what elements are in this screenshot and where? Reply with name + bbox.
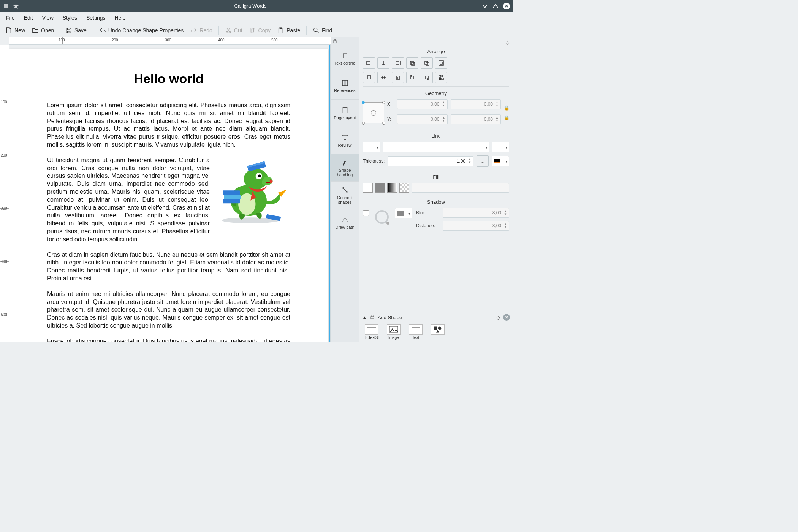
line-start-cap-combo[interactable]: ▾ (363, 142, 380, 152)
line-color-combo[interactable]: ▾ (492, 156, 509, 166)
tab-label: Review (338, 143, 352, 147)
fill-gradient-swatch[interactable] (387, 183, 397, 193)
open-button[interactable]: Open... (29, 25, 62, 35)
doc-paragraph[interactable]: Mauris ut enim nec mi ultricies ullamcor… (47, 290, 290, 330)
width-field[interactable]: 0,00▲▼ (451, 99, 501, 109)
save-button[interactable]: Save (62, 25, 90, 35)
y-position-field[interactable]: 0,00▲▼ (397, 114, 448, 124)
align-center-h-button[interactable] (377, 57, 390, 69)
ruler-tick: 400 (218, 38, 225, 42)
app-icon (3, 3, 9, 9)
line-end-cap-combo[interactable]: ▾ (492, 142, 509, 152)
shadow-angle-widget[interactable] (373, 208, 391, 226)
doc-paragraph[interactable]: Fusce lobortis congue consectetur. Duis … (47, 337, 290, 342)
fill-pattern-swatch[interactable] (399, 183, 409, 193)
copy-button[interactable]: Copy (246, 25, 274, 35)
tab-references[interactable]: References (331, 72, 359, 100)
menu-view[interactable]: View (38, 13, 57, 22)
svg-rect-12 (223, 190, 240, 195)
section-shadow: Shadow (363, 199, 509, 205)
group-button[interactable] (435, 57, 447, 69)
section-arrange: Arrange (363, 49, 509, 54)
vertical-ruler[interactable]: 100 200 300 400 500 (0, 45, 9, 342)
lock-ratio-icon[interactable]: 🔒 (504, 115, 510, 120)
align-left-button[interactable] (363, 57, 375, 69)
align-top-button[interactable] (363, 72, 375, 83)
fill-solid-swatch[interactable] (375, 183, 385, 193)
shadow-enable-checkbox[interactable] (363, 210, 369, 216)
tab-review[interactable]: Review (331, 127, 359, 154)
panel-lock-icon[interactable] (370, 315, 375, 320)
doc-paragraph[interactable]: Ut tincidunt magna ut quam hendrerit sem… (47, 157, 290, 244)
svg-rect-32 (411, 76, 414, 79)
menu-help[interactable]: Help (111, 13, 130, 22)
doc-heading[interactable]: Hello world (47, 71, 290, 86)
geometry-anchor-widget[interactable] (363, 102, 384, 124)
menu-settings[interactable]: Settings (82, 13, 109, 22)
x-position-field[interactable]: 0,00▲▼ (397, 99, 448, 109)
align-bottom-button[interactable] (392, 72, 404, 83)
paste-button[interactable]: Paste (274, 25, 303, 35)
panel-lock-icon[interactable] (331, 37, 359, 45)
lock-size-icon[interactable]: 🔒 (504, 105, 510, 111)
shape-label: Text (412, 336, 419, 340)
line-more-button[interactable]: ... (477, 155, 489, 167)
svg-rect-39 (390, 326, 398, 332)
tab-label: Page layout (334, 116, 356, 120)
find-button[interactable]: Find... (310, 25, 340, 35)
doc-paragraph[interactable]: Cras at diam in sapien dictum faucibus. … (47, 251, 290, 283)
distance-field[interactable]: 8,00▲▼ (443, 221, 509, 231)
new-label: New (14, 27, 25, 33)
section-geometry: Geometry (363, 90, 509, 96)
send-backward-button[interactable] (421, 72, 433, 83)
menu-file[interactable]: File (2, 13, 19, 22)
send-back-button[interactable] (421, 57, 433, 69)
thickness-field[interactable]: 1,00▲▼ (388, 156, 473, 166)
panel-diamond-icon[interactable]: ◇ (496, 315, 500, 320)
pin-icon[interactable] (13, 3, 19, 9)
tab-page-layout[interactable]: Page layout (331, 100, 359, 127)
bring-forward-button[interactable] (406, 72, 418, 83)
ungroup-button[interactable] (435, 72, 447, 83)
window-titlebar: Calligra Words ✕ (0, 0, 513, 12)
tab-shape-handling[interactable]: Shape handling (331, 154, 359, 182)
document-canvas[interactable]: Hello world Lorem ipsum dolor sit amet, … (9, 45, 329, 342)
horizontal-ruler[interactable]: 100 200 300 400 500 (9, 37, 331, 45)
expand-up-icon[interactable]: ▲ (362, 315, 367, 320)
menu-edit[interactable]: Edit (20, 13, 37, 22)
blur-field[interactable]: 8,00▲▼ (443, 208, 509, 218)
fill-none-swatch[interactable] (363, 183, 373, 193)
height-field[interactable]: 0,00▲▼ (451, 114, 501, 124)
menu-styles[interactable]: Styles (59, 13, 81, 22)
section-fill: Fill (363, 174, 509, 180)
shape-item-text-slide[interactable]: ticTextSl (361, 324, 382, 340)
tab-connect-shapes[interactable]: Connect shapes (331, 182, 359, 209)
copy-icon (249, 27, 256, 34)
line-style-combo[interactable]: ▾ (383, 142, 489, 152)
shape-item-shapes[interactable] (428, 324, 448, 340)
tab-text-editing[interactable]: Text editing (331, 45, 359, 72)
embedded-image[interactable] (214, 157, 290, 227)
tab-draw-path[interactable]: Draw path (331, 209, 359, 236)
close-icon[interactable]: ✕ (503, 3, 510, 10)
panel-diamond-icon[interactable]: ◇ (506, 40, 509, 46)
main-toolbar: New Open... Save Undo Change Shape Prope… (0, 24, 513, 37)
redo-button[interactable]: Redo (187, 25, 215, 35)
align-right-button[interactable] (392, 57, 404, 69)
shadow-color-combo[interactable]: ▾ (395, 208, 412, 218)
close-panel-icon[interactable]: ✕ (503, 314, 510, 321)
cut-button[interactable]: Cut (222, 25, 245, 35)
maximize-icon[interactable] (492, 3, 499, 9)
minimize-icon[interactable] (482, 3, 488, 9)
fill-preview[interactable] (412, 183, 509, 193)
shape-item-text[interactable]: Text (405, 324, 426, 340)
open-folder-icon (32, 27, 39, 34)
doc-paragraph[interactable]: Lorem ipsum dolor sit amet, consectetur … (47, 101, 290, 149)
undo-button[interactable]: Undo Change Shape Properties (96, 25, 187, 35)
new-button[interactable]: New (2, 25, 28, 35)
bring-front-button[interactable] (406, 57, 418, 69)
doc-text[interactable]: Ut tincidunt magna ut quam hendrerit sem… (47, 157, 210, 242)
document-page[interactable]: Hello world Lorem ipsum dolor sit amet, … (9, 49, 328, 342)
align-middle-v-button[interactable] (377, 72, 390, 83)
shape-item-image[interactable]: Image (383, 324, 404, 340)
